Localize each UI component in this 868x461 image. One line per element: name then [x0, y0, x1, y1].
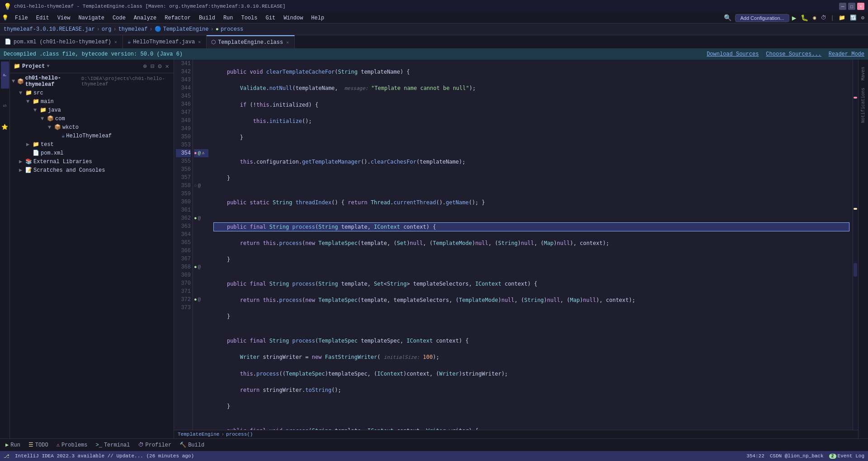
nav-org[interactable]: org [102, 26, 112, 33]
sidebar-tree: ▼ 📦 ch01-hello-thymeleaf D:\IDEA\project… [10, 73, 174, 438]
reader-mode-link[interactable]: Reader Mode [829, 51, 864, 57]
run-tab-icon: ▶ [5, 442, 9, 448]
download-sources-link[interactable]: Download Sources [707, 51, 759, 57]
favorites-panel-toggle[interactable]: ⭐ [1, 123, 9, 131]
nav-templateengine[interactable]: TemplateEngine [163, 26, 209, 33]
menu-navigate[interactable]: Navigate [75, 14, 108, 22]
sidebar-title: Project [22, 63, 45, 70]
module-icon: 📦 [17, 78, 24, 85]
tab-hello-close[interactable]: ✕ [197, 39, 202, 45]
todo-tab[interactable]: ☰ TODO [25, 441, 52, 449]
package-icon: 📦 [47, 115, 54, 122]
menu-edit[interactable]: Edit [33, 14, 53, 22]
cursor-position[interactable]: 354:22 [746, 453, 764, 459]
tree-item-test[interactable]: ▶ 📁 test [10, 140, 174, 149]
tree-item-main[interactable]: ▼ 📁 main [10, 97, 174, 106]
settings-icon[interactable]: ⚙ [859, 14, 866, 21]
tree-item-hellothymeleaf[interactable]: ▶ ☕ HelloThymeleaf [10, 132, 174, 140]
problems-tab[interactable]: ⚠ Problems [53, 441, 91, 449]
breakpoint-icon[interactable]: ● [194, 149, 197, 157]
code-line-347: this.configuration.getTemplateManager().… [214, 158, 849, 166]
folder-test-icon: 📁 [33, 141, 39, 148]
breadcrumb-method[interactable]: process() [226, 432, 253, 437]
build-toolbar-icon: | [829, 15, 836, 21]
ann-icon-358: @ [198, 182, 201, 190]
status-info[interactable]: IntelliJ IDEA 2022.3 available // Update… [15, 453, 194, 459]
main-layout: P S ⭐ 📁 Project ▼ ⊕ ⊟ ⚙ ✕ ▼ 📦 ch01-hello… [0, 60, 868, 438]
close-sidebar-icon[interactable]: ✕ [165, 61, 170, 71]
debug-toolbar-button[interactable]: 🐛 [799, 14, 810, 22]
menu-window[interactable]: Window [280, 14, 307, 22]
add-configuration-button[interactable]: Add Configuration... [735, 14, 789, 22]
impl-icon-372: ● [194, 296, 197, 304]
breadcrumb-class[interactable]: TemplateEngine [178, 432, 219, 437]
collapse-all-icon[interactable]: ⊟ [150, 61, 155, 71]
menu-view[interactable]: View [54, 14, 74, 22]
tree-item-com[interactable]: ▼ 📦 com [10, 114, 174, 123]
tab-pom-xml[interactable]: 📄 pom.xml (ch01-hello-thymeleaf) ✕ [0, 35, 123, 48]
profile-toolbar-button[interactable]: ⏱ [819, 14, 828, 21]
notifications-panel-toggle[interactable]: Notifications [860, 84, 867, 127]
nav-jar[interactable]: thymeleaf-3.0.10.RELEASE.jar [4, 26, 95, 33]
event-log-label[interactable]: Event Log [838, 453, 864, 459]
menu-run[interactable]: Run [220, 14, 237, 22]
tab-templateengine-close[interactable]: ✕ [285, 39, 290, 46]
menu-git[interactable]: Git [262, 14, 279, 22]
menu-file[interactable]: File [11, 14, 32, 22]
menu-code[interactable]: Code [109, 14, 129, 22]
nav-process[interactable]: process [221, 26, 243, 33]
viewport-indicator[interactable] [854, 263, 857, 277]
code-text[interactable]: public void clearTemplateCacheFor(String… [210, 60, 853, 430]
code-line-358: public final String process(String templ… [214, 280, 849, 288]
nav-thymeleaf[interactable]: thymeleaf [118, 26, 148, 33]
tree-item-pomxml[interactable]: ▶ 📄 pom.xml [10, 149, 174, 157]
com-arrow-icon: ▼ [41, 116, 47, 122]
menu-tools[interactable]: Tools [238, 14, 261, 22]
maven-panel-toggle[interactable]: Maven [860, 63, 867, 84]
tab-templateengine-class[interactable]: ⬡ TemplateEngine.class ✕ [207, 35, 295, 48]
update-icon[interactable]: 🔃 [848, 14, 859, 21]
tree-item-java[interactable]: ▼ 📁 java [10, 106, 174, 114]
profiler-tab[interactable]: ⏱ Profiler [135, 441, 175, 449]
code-line-364: this.process((TemplateSpec)templateSpec,… [214, 370, 849, 378]
build-tab[interactable]: 🔨 Build [176, 441, 208, 449]
tree-com-label: com [55, 116, 65, 122]
code-line-362: public final String process(TemplateSpec… [214, 337, 849, 345]
tree-item-scratches[interactable]: ▶ 📝 Scratches and Consoles [10, 166, 174, 174]
menu-help[interactable]: Help [307, 14, 328, 22]
run-tab[interactable]: ▶ Run [2, 441, 24, 449]
tab-pom-close[interactable]: ✕ [113, 39, 118, 45]
coverage-toolbar-button[interactable]: ◉ [811, 14, 818, 21]
tree-item-src[interactable]: ▼ 📁 src [10, 89, 174, 97]
terminal-tab[interactable]: >_ Terminal [92, 441, 134, 449]
tree-item-root[interactable]: ▼ 📦 ch01-hello-thymeleaf D:\IDEA\project… [10, 74, 174, 89]
menu-refactor[interactable]: Refactor [161, 14, 194, 22]
search-everywhere-icon[interactable]: 🔍 [721, 13, 734, 23]
tree-extlibs-label: External Libraries [33, 159, 92, 165]
scratches-arrow-icon: ▶ [19, 167, 25, 174]
structure-panel-toggle[interactable]: S [1, 92, 9, 119]
csdn-status[interactable]: CSDN @lion_np_back [770, 453, 824, 459]
code-line-342: Validate.notNull(templateName, message: … [214, 84, 849, 93]
tab-hello-java[interactable]: ☕ HelloThymeleaf.java ✕ [123, 35, 207, 48]
code-editor: 341 342 343 344 345 346 347 348 349 350 … [174, 60, 858, 438]
menu-analyze[interactable]: Analyze [130, 14, 160, 22]
tree-item-wkcto[interactable]: ▼ 📦 wkcto [10, 123, 174, 132]
tree-item-external-libs[interactable]: ▶ 📚 External Libraries [10, 157, 174, 166]
menu-build[interactable]: Build [195, 14, 219, 22]
minimize-button[interactable]: ─ [839, 3, 846, 10]
sidebar-dropdown-icon[interactable]: ▼ [47, 64, 49, 69]
more-options-icon[interactable]: ⚙ [157, 61, 162, 71]
project-panel-toggle[interactable]: P [1, 61, 9, 89]
line-numbers: 341 342 343 344 345 346 347 348 349 350 … [174, 60, 193, 430]
commit-icon[interactable]: 📁 [837, 14, 847, 21]
choose-sources-link[interactable]: Choose Sources... [766, 51, 821, 57]
scope-icon[interactable]: ⊕ [142, 61, 147, 71]
close-button[interactable]: ✕ [857, 3, 864, 10]
right-panel: Maven Notifications [858, 60, 868, 438]
maximize-button[interactable]: □ [848, 3, 855, 10]
code-content[interactable]: 341 342 343 344 345 346 347 348 349 350 … [174, 60, 858, 430]
code-line-366: } [214, 402, 849, 410]
warning-marker [854, 208, 857, 210]
run-toolbar-button[interactable]: ▶ [790, 14, 798, 23]
